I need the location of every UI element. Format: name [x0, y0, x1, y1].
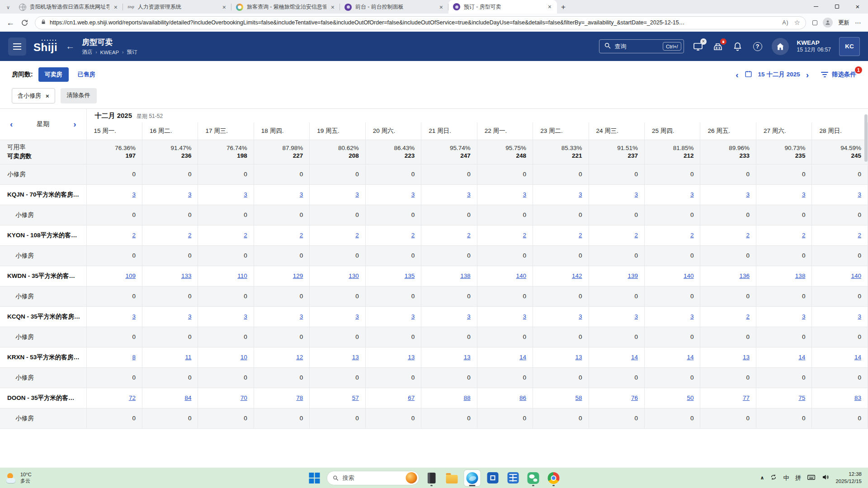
availability-link[interactable]: 13 [352, 354, 359, 361]
page-back-icon[interactable]: ← [66, 41, 75, 52]
availability-link[interactable]: 2 [132, 232, 136, 239]
availability-link[interactable]: 3 [300, 191, 303, 198]
tab-close-icon[interactable]: × [330, 4, 335, 11]
availability-link[interactable]: 2 [411, 232, 415, 239]
availability-link[interactable]: 3 [132, 313, 136, 320]
availability-link[interactable]: 136 [739, 272, 750, 279]
hamburger-menu-icon[interactable] [8, 38, 26, 56]
availability-link[interactable]: 75 [798, 394, 805, 401]
availability-link[interactable]: 3 [300, 313, 303, 320]
ime-language-indicator[interactable]: 中 [783, 474, 789, 482]
search-highlight-icon[interactable] [406, 472, 417, 483]
availability-link[interactable]: 3 [635, 313, 638, 320]
availability-link[interactable]: 2 [523, 232, 527, 239]
tab-close-icon[interactable]: × [113, 4, 118, 11]
availability-link[interactable]: 3 [188, 313, 192, 320]
availability-link[interactable]: 3 [188, 191, 192, 198]
ime-pinyin-indicator[interactable]: 拼 [795, 474, 802, 482]
availability-link[interactable]: 139 [628, 272, 638, 279]
chip-remove-icon[interactable]: × [46, 93, 49, 99]
browser-menu-icon[interactable]: ⋯ [855, 19, 862, 26]
availability-link[interactable]: 129 [293, 272, 303, 279]
taskbar-weather[interactable]: 10°C 多云 [6, 472, 32, 484]
availability-link[interactable]: 70 [241, 394, 247, 401]
availability-link[interactable]: 3 [802, 313, 806, 320]
availability-link[interactable]: 83 [854, 394, 861, 401]
availability-link[interactable]: 2 [244, 232, 247, 239]
volume-icon[interactable] [821, 473, 830, 483]
sold-rooms-toggle[interactable]: 已售房 [74, 67, 99, 82]
help-icon[interactable]: ? [752, 41, 764, 52]
availability-link[interactable]: 3 [690, 191, 694, 198]
availability-link[interactable]: 13 [464, 354, 471, 361]
availability-link[interactable]: 3 [244, 191, 247, 198]
current-date-label[interactable]: 15 十二月 2025 [758, 70, 800, 79]
availability-link[interactable]: 138 [460, 272, 471, 279]
availability-link[interactable]: 3 [355, 313, 359, 320]
global-search[interactable]: Ctrl+/ [599, 39, 684, 53]
availability-link[interactable]: 3 [858, 191, 861, 198]
extensions-icon[interactable] [812, 20, 817, 25]
browser-profile-avatar[interactable] [823, 18, 833, 28]
availability-link[interactable]: 2 [635, 232, 638, 239]
taskbar-calculator[interactable] [505, 470, 521, 486]
breadcrumb-property[interactable]: KWEAP [100, 50, 119, 55]
availability-link[interactable]: 12 [296, 354, 303, 361]
availability-link[interactable]: 133 [181, 272, 192, 279]
availability-link[interactable]: 130 [349, 272, 359, 279]
availability-link[interactable]: 13 [576, 354, 582, 361]
availability-link[interactable]: 10 [241, 354, 247, 361]
availability-link[interactable]: 2 [802, 232, 806, 239]
week-next-icon[interactable]: › [73, 120, 76, 128]
availability-link[interactable]: 14 [519, 354, 526, 361]
availability-link[interactable]: 135 [405, 272, 415, 279]
availability-link[interactable]: 109 [125, 272, 136, 279]
taskbar-search[interactable] [327, 471, 420, 485]
clear-filters-button[interactable]: 清除条件 [61, 88, 97, 103]
new-tab-button[interactable]: + [557, 1, 570, 14]
availability-link[interactable]: 2 [467, 232, 471, 239]
browser-tab[interactable]: 贵阳机场智选假日酒店系统网址导× [14, 0, 123, 14]
taskbar-app-device[interactable] [424, 470, 440, 486]
week-prev-icon[interactable]: ‹ [10, 120, 13, 128]
availability-link[interactable]: 11 [185, 354, 191, 361]
availability-link[interactable]: 3 [411, 313, 415, 320]
date-next-icon[interactable]: › [806, 70, 809, 79]
scrollbar-thumb[interactable] [864, 114, 868, 162]
reload-icon[interactable] [21, 19, 28, 27]
start-button[interactable] [307, 470, 323, 486]
availability-link[interactable]: 3 [579, 313, 582, 320]
session-monitor-icon[interactable]: × [692, 41, 704, 52]
browser-tab[interactable]: 旅客查询 - 紫楠旅馆业治安信息管× [231, 0, 340, 14]
tray-expand-icon[interactable]: ∧ [760, 475, 764, 481]
availability-link[interactable]: 13 [743, 354, 750, 361]
availability-link[interactable]: 72 [129, 394, 136, 401]
calendar-icon[interactable] [745, 70, 752, 80]
availability-link[interactable]: 3 [690, 313, 694, 320]
back-icon[interactable]: ← [6, 18, 14, 28]
browser-tab[interactable]: 预订 - 房型可卖× [448, 0, 557, 14]
availability-link[interactable]: 2 [300, 232, 303, 239]
availability-link[interactable]: 2 [858, 232, 861, 239]
availability-link[interactable]: 14 [631, 354, 638, 361]
availability-link[interactable]: 78 [296, 394, 303, 401]
availability-link[interactable]: 3 [411, 191, 415, 198]
availability-link[interactable]: 88 [464, 394, 471, 401]
availability-link[interactable]: 110 [237, 272, 247, 279]
availability-link[interactable]: 2 [690, 232, 694, 239]
availability-link[interactable]: 14 [854, 354, 861, 361]
availability-link[interactable]: 3 [858, 313, 861, 320]
maximize-button[interactable] [826, 0, 847, 13]
tab-search-chevron-icon[interactable]: ∨ [2, 1, 14, 14]
availability-link[interactable]: 3 [802, 191, 806, 198]
taskbar-app-blue[interactable] [485, 470, 501, 486]
availability-link[interactable]: 67 [408, 394, 415, 401]
notifications-bell-icon[interactable] [732, 41, 744, 52]
availability-link[interactable]: 84 [184, 394, 191, 401]
availability-link[interactable]: 3 [244, 313, 247, 320]
browser-update-label[interactable]: 更新 [838, 19, 849, 27]
availability-link[interactable]: 3 [132, 191, 136, 198]
availability-link[interactable]: 3 [523, 191, 527, 198]
availability-link[interactable]: 13 [408, 354, 415, 361]
availability-link[interactable]: 3 [355, 191, 359, 198]
